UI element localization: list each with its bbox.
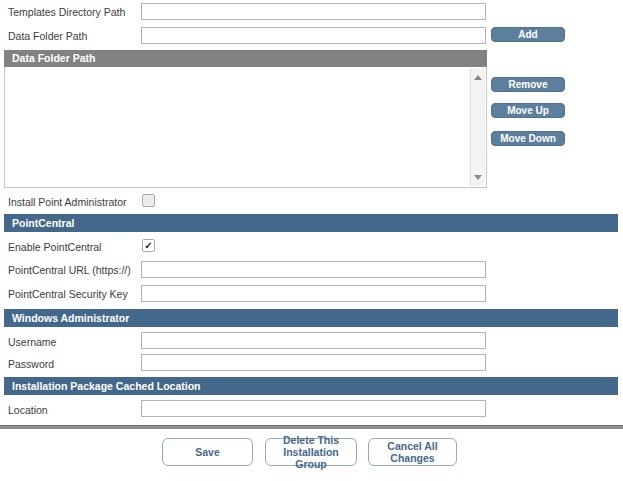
installation-group-settings-form: Templates Directory Path Data Folder Pat… bbox=[0, 0, 623, 481]
pointcentral-url-label: PointCentral URL (https://) bbox=[8, 264, 131, 276]
password-label: Password bbox=[8, 358, 54, 370]
delete-installation-group-button[interactable]: Delete This Installation Group bbox=[265, 438, 357, 466]
enable-pointcentral-checkbox[interactable]: ✓ bbox=[142, 239, 155, 252]
remove-button[interactable]: Remove bbox=[491, 77, 565, 92]
add-button[interactable]: Add bbox=[491, 27, 565, 42]
section-installation-package-cached-location: Installation Package Cached Location bbox=[4, 377, 618, 395]
cancel-all-changes-button[interactable]: Cancel All Changes bbox=[368, 438, 457, 466]
templates-directory-path-input[interactable] bbox=[141, 3, 486, 20]
data-folder-path-input[interactable] bbox=[141, 27, 486, 44]
save-button[interactable]: Save bbox=[162, 438, 253, 466]
divider bbox=[0, 425, 623, 429]
list-scrollbar[interactable] bbox=[470, 68, 485, 186]
password-input[interactable] bbox=[141, 354, 486, 371]
username-input[interactable] bbox=[141, 332, 486, 349]
scrollbar-down-icon[interactable] bbox=[471, 170, 485, 184]
install-point-administrator-label: Install Point Administrator bbox=[8, 196, 126, 208]
data-folder-path-label: Data Folder Path bbox=[8, 30, 87, 42]
data-folder-list-header: Data Folder Path bbox=[4, 50, 487, 67]
location-input[interactable] bbox=[141, 400, 486, 417]
move-up-button[interactable]: Move Up bbox=[491, 103, 565, 118]
section-pointcentral: PointCentral bbox=[4, 214, 618, 232]
pointcentral-url-input[interactable] bbox=[141, 261, 486, 278]
location-label: Location bbox=[8, 404, 48, 416]
section-windows-administrator: Windows Administrator bbox=[4, 309, 618, 327]
install-point-administrator-checkbox[interactable] bbox=[142, 194, 155, 207]
templates-directory-path-label: Templates Directory Path bbox=[8, 6, 125, 18]
username-label: Username bbox=[8, 336, 56, 348]
pointcentral-security-key-input[interactable] bbox=[141, 285, 486, 302]
data-folder-list[interactable] bbox=[4, 67, 487, 188]
pointcentral-security-key-label: PointCentral Security Key bbox=[8, 288, 128, 300]
enable-pointcentral-label: Enable PointCentral bbox=[8, 241, 101, 253]
move-down-button[interactable]: Move Down bbox=[491, 131, 565, 146]
scrollbar-up-icon[interactable] bbox=[471, 70, 485, 84]
